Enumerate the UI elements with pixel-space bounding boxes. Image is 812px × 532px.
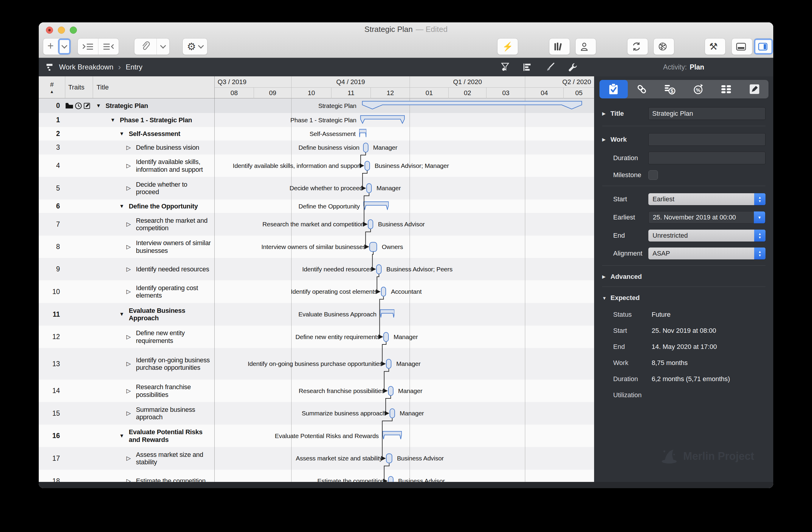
gantt-summary-bar[interactable] [382, 431, 402, 440]
gantt-cell[interactable]: Identify available skills, information a… [215, 155, 594, 177]
minimize-button[interactable] [58, 27, 65, 34]
gantt-cell[interactable]: Research franchise possibilitiesManager [215, 379, 594, 402]
settings-wrench-icon[interactable] [568, 63, 577, 72]
disclosure-closed-icon[interactable]: ▷ [126, 266, 136, 273]
table-row[interactable]: 8▷Interview owners of similar businesses… [39, 235, 594, 258]
gantt-task-bar[interactable] [366, 183, 372, 193]
gantt-summary-bar[interactable] [360, 100, 584, 110]
gantt-task-bar[interactable] [386, 454, 392, 463]
attach-dropdown-button[interactable] [157, 39, 169, 55]
table-row[interactable]: 5▷Decide whether to proceedDecide whethe… [39, 177, 594, 200]
disclosure-closed-icon[interactable]: ▷ [126, 221, 136, 228]
column-header-number[interactable]: # ▲ [39, 76, 65, 98]
sync-button[interactable] [627, 38, 648, 55]
disclosure-closed-icon[interactable]: ▷ [126, 334, 136, 340]
gantt-cell[interactable]: Self-Assessment [215, 127, 594, 141]
table-row[interactable]: 2▼Self-AssessmentSelf-Assessment [39, 127, 594, 141]
table-row[interactable]: 6▼Define the OpportunityDefine the Oppor… [39, 200, 594, 213]
format-brush-icon[interactable] [545, 63, 554, 72]
table-row[interactable]: 1▼Phase 1 - Strategic PlanPhase 1 - Stra… [39, 113, 594, 127]
add-button[interactable]: + [43, 39, 58, 55]
gantt-cell[interactable]: Estimate the competitionBusiness Advisor [215, 470, 594, 482]
disclosure-icon[interactable]: ▶ [602, 274, 607, 279]
gantt-task-bar[interactable] [381, 287, 386, 297]
table-row[interactable]: 11▼Evaluate Business ApproachEvaluate Bu… [39, 303, 594, 326]
gantt-summary-bar[interactable] [380, 309, 394, 318]
table-row[interactable]: 12▷Define new entity requirementsDefine … [39, 326, 594, 348]
disclosure-icon[interactable]: ▼ [602, 296, 607, 301]
table-row[interactable]: 14▷Research franchise possibilitiesResea… [39, 379, 594, 402]
close-button[interactable] [46, 27, 53, 34]
tab-plan[interactable] [599, 80, 628, 98]
resources-button[interactable] [575, 38, 596, 55]
tab-progress[interactable]: % [684, 80, 712, 98]
gantt-summary-bar[interactable] [359, 129, 366, 138]
end-popup[interactable]: Unrestricted ▲▼ [648, 230, 766, 242]
gantt-cell[interactable]: Evaluate Potential Risks and Rewards [215, 425, 594, 447]
style-list-icon[interactable] [523, 63, 532, 72]
table-row[interactable]: 3▷Define business visionDefine business … [39, 141, 594, 155]
attach-button[interactable] [134, 39, 157, 55]
gantt-cell[interactable]: Identify on-going business purchase oppo… [215, 348, 594, 379]
gantt-task-bar[interactable] [368, 219, 373, 229]
tab-links[interactable] [628, 80, 656, 98]
gantt-task-bar[interactable] [386, 359, 391, 369]
row-title-cell[interactable]: ▷Research the market and competition [93, 213, 215, 235]
row-title-cell[interactable]: ▷Identify available skills, information … [93, 155, 215, 177]
column-header-title[interactable]: Title [93, 76, 214, 98]
disclosure-closed-icon[interactable]: ▷ [126, 244, 136, 250]
row-title-cell[interactable]: ▼Evaluate Business Approach [93, 303, 215, 326]
disclosure-open-icon[interactable]: ▼ [119, 311, 129, 317]
gantt-task-bar[interactable] [388, 386, 393, 396]
gantt-task-bar[interactable] [363, 143, 368, 153]
row-title-cell[interactable]: ▷Decide whether to proceed [93, 177, 215, 200]
gantt-cell[interactable]: Define new entity requirementsManager [215, 326, 594, 348]
row-title-cell[interactable]: ▷Define business vision [93, 141, 215, 155]
row-title-cell[interactable]: ▼Strategic Plan [93, 98, 215, 113]
gantt-summary-bar[interactable] [360, 115, 405, 124]
gantt-task-bar[interactable] [388, 476, 393, 482]
disclosure-closed-icon[interactable]: ▷ [126, 478, 136, 482]
row-title-cell[interactable]: ▷Identify needed resources [93, 258, 215, 280]
tab-finance[interactable]: $ [656, 80, 684, 98]
gantt-cell[interactable]: Summarize business approachManager [215, 402, 594, 425]
gantt-cell[interactable]: Strategic Plan [215, 98, 594, 113]
row-title-cell[interactable]: ▼Phase 1 - Strategic Plan [93, 113, 215, 127]
section-expected[interactable]: ▼ Expected [602, 294, 766, 302]
section-advanced[interactable]: ▶ Advanced [602, 273, 766, 281]
work-field[interactable] [648, 133, 766, 146]
gantt-cell[interactable]: Phase 1 - Strategic Plan [215, 113, 594, 127]
title-field[interactable]: Strategic Plan [648, 107, 766, 120]
disclosure-closed-icon[interactable]: ▷ [126, 185, 136, 191]
table-row[interactable]: 18▷Estimate the competitionEstimate the … [39, 470, 594, 482]
gantt-cell[interactable]: Decide whether to proceedManager [215, 177, 594, 200]
gantt-task-bar[interactable] [383, 332, 389, 342]
indent-button[interactable] [78, 39, 98, 55]
disclosure-icon[interactable]: ▶ [602, 111, 607, 116]
table-row[interactable]: 10▷Identify operating cost elementsIdent… [39, 280, 594, 303]
disclosure-closed-icon[interactable]: ▷ [126, 144, 136, 151]
table-row[interactable]: 13▷Identify on-going business purchase o… [39, 348, 594, 379]
disclosure-open-icon[interactable]: ▼ [96, 103, 105, 109]
earliest-date-field[interactable]: 25. November 2019 at 00:00 ▼ [648, 211, 766, 224]
row-title-cell[interactable]: ▷Define new entity requirements [93, 326, 215, 348]
gantt-cell[interactable]: Assess market size and stabilityBusiness… [215, 447, 594, 470]
gantt-cell[interactable]: Evaluate Business Approach [215, 303, 594, 326]
disclosure-open-icon[interactable]: ▼ [110, 117, 120, 123]
duration-field[interactable] [648, 152, 766, 164]
table-row[interactable]: 15▷Summarize business approachSummarize … [39, 402, 594, 425]
table-row[interactable]: 7▷Research the market and competitionRes… [39, 213, 594, 235]
row-title-cell[interactable]: ▷Identify on-going business purchase opp… [93, 348, 215, 379]
table-row[interactable]: 0▼Strategic PlanStrategic Plan [39, 98, 594, 113]
disclosure-closed-icon[interactable]: ▷ [126, 162, 136, 169]
tab-groups[interactable] [712, 80, 740, 98]
add-dropdown-button[interactable] [58, 39, 71, 55]
breadcrumb-item[interactable]: Entry [126, 63, 143, 71]
gantt-cell[interactable]: Research the market and competitionBusin… [215, 213, 594, 235]
row-title-cell[interactable]: ▷Estimate the competition [93, 470, 215, 482]
row-title-cell[interactable]: ▼Evaluate Potential Risks and Rewards [93, 425, 215, 447]
alignment-popup[interactable]: ASAP ▲▼ [648, 247, 766, 259]
row-title-cell[interactable]: ▷Summarize business approach [93, 402, 215, 425]
gantt-task-bar[interactable] [390, 408, 395, 418]
settings-button[interactable]: ⚙ [183, 39, 207, 55]
